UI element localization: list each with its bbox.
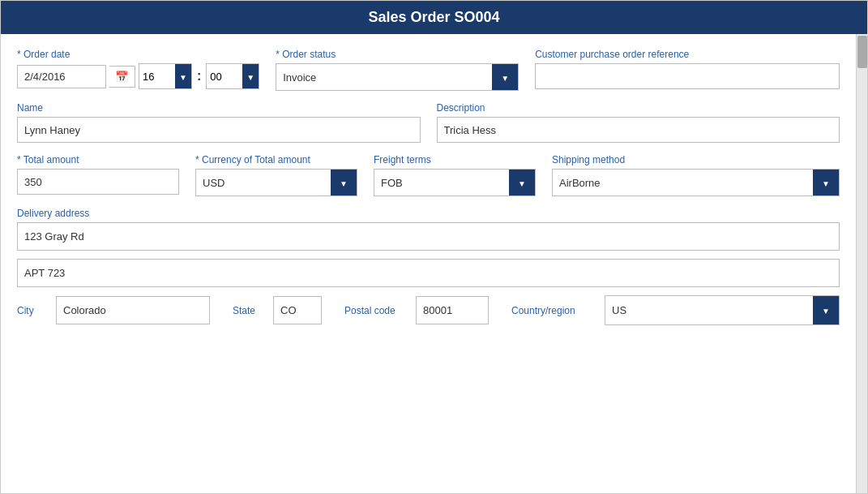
description-input[interactable] [437, 117, 840, 143]
description-group: Description [437, 102, 840, 143]
sales-order-window: Sales Order SO004 Order date 📅 16 [0, 0, 868, 494]
name-label: Name [17, 102, 421, 114]
order-status-dropdown-button[interactable] [492, 64, 518, 90]
delivery-address-line1-input[interactable] [17, 222, 840, 251]
freight-terms-label: Freight terms [374, 154, 536, 165]
shipping-method-group: Shipping method AirBorne FedEx UPS DHL [552, 154, 840, 196]
hour-dropdown-button[interactable] [175, 64, 191, 88]
postal-code-input[interactable] [416, 296, 489, 324]
order-status-group: Order status Invoice Draft Confirmed Can… [276, 49, 519, 91]
delivery-address-label: Delivery address [17, 208, 840, 219]
country-dropdown-button[interactable] [813, 296, 839, 324]
row-order-date-status: Order date 📅 16 : 00 [17, 49, 840, 91]
shipping-dropdown-button[interactable] [813, 170, 839, 195]
scroll-thumb[interactable] [857, 36, 867, 68]
customer-po-input[interactable] [535, 63, 840, 89]
name-input[interactable] [17, 117, 421, 143]
freight-select-wrapper: FOB CIF EXW DDP [374, 169, 536, 196]
row-totals: Total amount Currency of Total amount US… [17, 154, 840, 196]
shipping-select-wrapper: AirBorne FedEx UPS DHL [552, 169, 840, 196]
time-colon: : [195, 69, 203, 84]
freight-select[interactable]: FOB CIF EXW DDP [374, 170, 509, 195]
currency-dropdown-button[interactable] [331, 170, 357, 195]
form-area: Order date 📅 16 : 00 [1, 34, 856, 493]
freight-terms-group: Freight terms FOB CIF EXW DDP [374, 154, 536, 196]
state-label: State [233, 305, 257, 316]
row-name-description: Name Description [17, 102, 840, 143]
delivery-address-group: Delivery address [17, 208, 840, 287]
currency-select[interactable]: USD EUR GBP CAD [196, 170, 331, 195]
currency-label: Currency of Total amount [195, 154, 357, 165]
scrollbar[interactable] [856, 34, 867, 493]
order-date-label: Order date [17, 49, 259, 60]
order-status-select-wrapper: Invoice Draft Confirmed Cancelled [276, 63, 519, 91]
customer-po-group: Customer purchase order reference [535, 49, 840, 89]
country-select-wrapper: US CA GB DE FR [605, 295, 840, 325]
state-input[interactable] [273, 296, 322, 324]
shipping-select[interactable]: AirBorne FedEx UPS DHL [553, 170, 813, 195]
order-date-input[interactable] [17, 65, 106, 88]
total-amount-label: Total amount [17, 154, 179, 165]
order-date-row: 📅 16 : 00 [17, 63, 259, 89]
currency-select-wrapper: USD EUR GBP CAD [195, 169, 357, 196]
currency-group: Currency of Total amount USD EUR GBP CAD [195, 154, 357, 196]
order-status-select[interactable]: Invoice Draft Confirmed Cancelled [276, 64, 492, 90]
name-group: Name [17, 102, 421, 143]
delivery-address-line2-input[interactable] [17, 259, 840, 287]
city-input[interactable] [56, 296, 210, 324]
shipping-method-label: Shipping method [552, 154, 840, 165]
minute-dropdown-button[interactable] [242, 64, 259, 88]
country-select[interactable]: US CA GB DE FR [605, 296, 813, 324]
minute-select[interactable]: 00 [207, 66, 242, 88]
calendar-button[interactable]: 📅 [109, 66, 135, 88]
page-title: Sales Order SO004 [368, 9, 499, 25]
title-bar: Sales Order SO004 [1, 1, 867, 34]
freight-dropdown-button[interactable] [509, 170, 535, 195]
order-status-label: Order status [276, 49, 519, 60]
row-city-state: City State Postal code Country/region US… [17, 295, 840, 325]
description-label: Description [437, 102, 840, 114]
hour-select[interactable]: 16 [139, 66, 175, 88]
country-label: Country/region [511, 305, 588, 316]
minute-select-wrapper: 00 [206, 63, 259, 89]
customer-po-label: Customer purchase order reference [535, 49, 840, 60]
postal-code-label: Postal code [344, 305, 400, 316]
total-amount-input[interactable] [17, 169, 179, 195]
order-date-group: Order date 📅 16 : 00 [17, 49, 259, 89]
hour-select-wrapper: 16 [139, 63, 192, 89]
city-label: City [17, 305, 40, 316]
total-amount-group: Total amount [17, 154, 179, 195]
